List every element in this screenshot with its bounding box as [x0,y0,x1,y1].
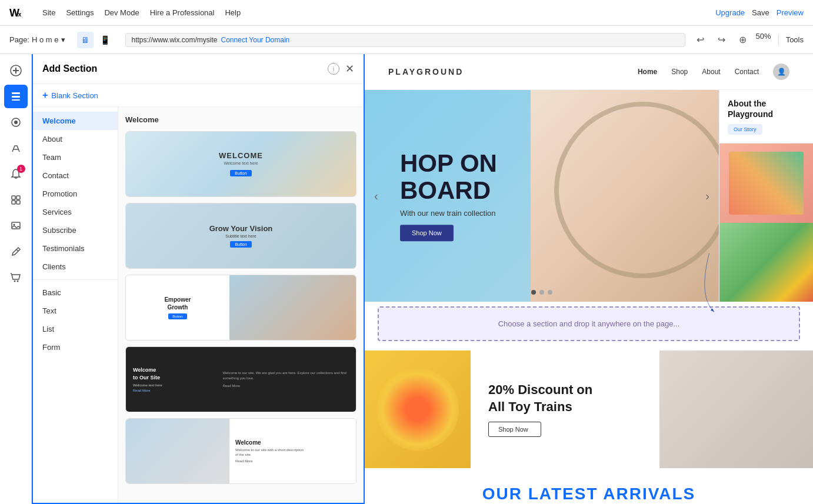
t2-text: Subtitle text here [225,234,256,238]
hero-next-button[interactable]: › [705,189,709,203]
nav-devmode[interactable]: Dev Mode [104,8,139,17]
site-user-icon[interactable]: 👤 [773,64,789,80]
category-text[interactable]: Text [33,302,118,320]
our-story-button[interactable]: Our Story [728,124,762,135]
category-nav: Welcome About Team Contact Promotion Ser… [33,107,118,503]
site-nav-contact[interactable]: Contact [735,68,759,76]
mobile-icon[interactable]: 📱 [97,32,114,48]
sidebar-pen-button[interactable] [4,240,28,263]
redo-button[interactable]: ↪ [714,32,730,48]
svg-rect-7 [12,99,20,101]
nav-site[interactable]: Site [42,8,55,17]
hero-dot-2[interactable] [539,290,544,295]
topbar-right: Upgrade Save Preview [715,8,804,17]
hero-dot-3[interactable] [548,290,552,295]
hero-section: HOP ONBOARD With our new train collectio… [365,90,813,302]
template-grow-vision[interactable]: Grow Your Vision Subtitle text here Butt… [125,203,356,269]
category-clients[interactable]: Clients [33,258,118,276]
sidebar-design-button[interactable] [4,111,28,134]
sidebar-media-button[interactable] [4,214,28,238]
category-form[interactable]: Form [33,338,118,356]
hero-prev-button[interactable]: ‹ [374,189,378,203]
t3-title: EmpowerGrowth [164,296,191,311]
category-basic[interactable]: Basic [33,283,118,302]
close-button[interactable]: ✕ [345,62,354,75]
hero-dot-1[interactable] [531,290,536,295]
page-label: Page: [9,35,29,44]
nav-help[interactable]: Help [225,8,241,17]
template-preview-5: Welcome Welcome to our site with a short… [126,419,356,483]
drop-zone[interactable]: Choose a section and drop it anywhere on… [378,306,800,341]
tools-button[interactable]: Tools [786,35,804,44]
separator [778,34,779,46]
t4-right: Welcome to our site. We are glad you are… [218,366,356,393]
category-promotion[interactable]: Promotion [33,185,118,203]
help-icon[interactable]: i [328,63,339,75]
connect-domain-link[interactable]: Connect Your Domain [221,36,290,44]
page-selector[interactable]: Page: H o m e ▾ [9,35,65,44]
toy-image-inner [376,368,459,450]
t1-title: WELCOME [219,151,263,160]
category-subscribe[interactable]: Subscribe [33,221,118,239]
sidebar-pages-button[interactable] [4,85,28,108]
nav-hire[interactable]: Hire a Professional [150,8,215,17]
addressbar: Page: H o m e ▾ 🖥 📱 https://www.wix.com/… [0,26,813,54]
template-welcome-img[interactable]: Welcome Welcome to our site with a short… [125,418,356,484]
category-services[interactable]: Services [33,203,118,221]
category-about[interactable]: About [33,130,118,148]
t4-title: Welcometo Our Site [133,366,211,381]
t4-text: Welcome text here [133,383,211,387]
sidebar-add-button[interactable] [4,59,28,82]
templates-area: Welcome WELCOME Welcome text here Button [118,107,364,503]
undo-button[interactable]: ↩ [692,32,709,48]
arrivals-title: OUR LATEST ARRIVALS [365,473,813,504]
hero-sidebar: About the Playground Our Story [719,90,813,302]
device-icons: 🖥 📱 [77,32,114,48]
panel-header: Add Section i ✕ [33,54,364,84]
section-label-welcome: Welcome [125,114,356,125]
hero-shop-now-button[interactable]: Shop Now [400,225,454,242]
svg-rect-14 [12,222,20,229]
panel-header-actions: i ✕ [328,62,354,75]
template-empower-growth[interactable]: EmpowerGrowth Button [125,275,356,341]
category-testimonials[interactable]: Testimonials [33,239,118,258]
discount-section: 20% Discount onAll Toy Trains Shop Now [365,351,813,468]
site-nav-shop[interactable]: Shop [671,68,688,76]
sidebar-paint-button[interactable] [4,136,28,160]
notification-badge: 1 [17,165,25,173]
save-button[interactable]: Save [752,8,769,17]
template-welcome-dark[interactable]: Welcometo Our Site Welcome text here Rea… [125,346,356,412]
blank-section-button[interactable]: + Blank Section [42,90,98,101]
t5-title: Welcome [235,439,350,446]
svg-point-18 [16,281,18,282]
topbar: W ix Site Settings Dev Mode Hire a Profe… [0,0,813,26]
discount-title: 20% Discount onAll Toy Trains [488,382,642,415]
upgrade-button[interactable]: Upgrade [715,8,745,17]
sidebar-notifications-button[interactable]: 1 [4,162,28,186]
hero-subtitle: With our new train collection [400,209,497,218]
about-image-bottom [719,223,813,302]
template-preview-2: Grow Your Vision Subtitle text here Butt… [126,203,356,268]
drop-zone-wrapper: Choose a section and drop it anywhere on… [365,302,813,346]
preview-button[interactable]: Preview [777,8,804,17]
panel-title: Add Section [42,64,97,74]
t3-button: Button [168,313,186,319]
category-team[interactable]: Team [33,148,118,166]
topbar-nav: Site Settings Dev Mode Hire a Profession… [42,8,241,17]
add-section-panel: Add Section i ✕ + Blank Section Welcome … [32,54,365,504]
category-contact[interactable]: Contact [33,166,118,185]
desktop-icon[interactable]: 🖥 [77,32,94,48]
nav-settings[interactable]: Settings [66,8,94,17]
about-title: About the Playground [728,98,805,119]
category-list[interactable]: List [33,320,118,338]
discount-shop-button[interactable]: Shop Now [488,422,541,437]
sidebar-store-button[interactable] [4,266,28,289]
site-nav-about[interactable]: About [702,68,720,76]
page-name: H o m e [32,35,59,44]
template-welcome-1[interactable]: WELCOME Welcome text here Button [125,131,356,197]
site-nav-home[interactable]: Home [638,68,657,76]
svg-rect-10 [12,196,15,199]
category-welcome[interactable]: Welcome [33,112,118,130]
sidebar-apps-button[interactable] [4,188,28,212]
zoom-in-button[interactable]: ⊕ [735,32,751,48]
